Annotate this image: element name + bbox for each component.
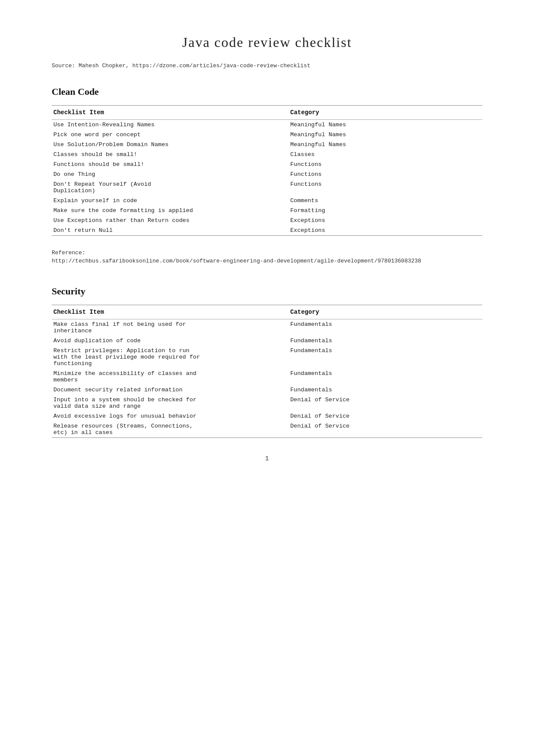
table-row: Avoid excessive logs for unusual behavio…: [52, 411, 482, 421]
clean-code-table-body: Use Intention-Revealing NamesMeaningful …: [52, 120, 482, 236]
table-row: Minimize the accessibility of classes an…: [52, 369, 482, 385]
reference-url: http://techbus.safaribooksonline.com/boo…: [52, 258, 482, 264]
checklist-category: Fundamentals: [289, 319, 482, 336]
checklist-category: Denial of Service: [289, 421, 482, 438]
checklist-item: Classes should be small!: [52, 150, 289, 159]
table-row: Don't return NullExceptions: [52, 225, 482, 236]
clean-code-reference: Reference: http://techbus.safaribooksonl…: [52, 250, 482, 264]
checklist-category: Denial of Service: [289, 411, 482, 421]
checklist-category: Fundamentals: [289, 336, 482, 346]
checklist-item: Don't return Null: [52, 225, 289, 236]
checklist-item: Use Solution/Problem Domain Names: [52, 140, 289, 150]
table-row: Use Exceptions rather than Return codesE…: [52, 216, 482, 225]
checklist-category: Fundamentals: [289, 385, 482, 395]
table-row: Pick one word per conceptMeaningful Name…: [52, 130, 482, 140]
checklist-item: Document security related information: [52, 385, 289, 395]
table-row: Make sure the code formatting is applied…: [52, 206, 482, 216]
checklist-item: Use Exceptions rather than Return codes: [52, 216, 289, 225]
checklist-item: Restrict privileges: Application to runw…: [52, 346, 289, 369]
clean-code-col-item: Checklist Item: [52, 106, 289, 120]
security-table-body: Make class final if not being used forin…: [52, 319, 482, 438]
checklist-category: Classes: [289, 150, 482, 159]
checklist-category: Meaningful Names: [289, 140, 482, 150]
table-row: Restrict privileges: Application to runw…: [52, 346, 482, 369]
table-row: Release resources (Streams, Connections,…: [52, 421, 482, 438]
checklist-item: Make sure the code formatting is applied: [52, 206, 289, 216]
checklist-category: Comments: [289, 196, 482, 206]
security-section-title: Security: [52, 286, 482, 297]
checklist-category: Functions: [289, 169, 482, 179]
source-line: Source: Mahesh Chopker, https://dzone.co…: [52, 62, 482, 69]
checklist-category: Formatting: [289, 206, 482, 216]
clean-code-section-title: Clean Code: [52, 86, 482, 97]
source-content: Mahesh Chopker, https://dzone.com/articl…: [78, 62, 310, 69]
table-row: Don't Repeat Yourself (AvoidDuplication)…: [52, 179, 482, 196]
clean-code-table-header: Checklist Item Category: [52, 106, 482, 120]
security-col-category: Category: [289, 305, 482, 319]
source-label: Source:: [52, 62, 75, 69]
table-row: Avoid duplication of codeFundamentals: [52, 336, 482, 346]
security-table: Checklist Item Category Make class final…: [52, 305, 482, 438]
page-title: Java code review checklist: [52, 34, 482, 50]
checklist-category: Meaningful Names: [289, 120, 482, 130]
checklist-item: Functions should be small!: [52, 159, 289, 169]
checklist-item: Avoid excessive logs for unusual behavio…: [52, 411, 289, 421]
checklist-item: Do one Thing: [52, 169, 289, 179]
reference-label: Reference:: [52, 250, 482, 256]
checklist-item: Input into a system should be checked fo…: [52, 395, 289, 411]
checklist-item: Release resources (Streams, Connections,…: [52, 421, 289, 438]
table-row: Explain yourself in codeComments: [52, 196, 482, 206]
table-row: Make class final if not being used forin…: [52, 319, 482, 336]
table-row: Use Intention-Revealing NamesMeaningful …: [52, 120, 482, 130]
checklist-category: Exceptions: [289, 225, 482, 236]
checklist-category: Functions: [289, 179, 482, 196]
checklist-category: Fundamentals: [289, 369, 482, 385]
checklist-item: Don't Repeat Yourself (AvoidDuplication): [52, 179, 289, 196]
table-row: Do one ThingFunctions: [52, 169, 482, 179]
checklist-category: Fundamentals: [289, 346, 482, 369]
checklist-item: Pick one word per concept: [52, 130, 289, 140]
checklist-item: Explain yourself in code: [52, 196, 289, 206]
checklist-item: Minimize the accessibility of classes an…: [52, 369, 289, 385]
checklist-category: Functions: [289, 159, 482, 169]
security-table-header: Checklist Item Category: [52, 305, 482, 319]
checklist-category: Meaningful Names: [289, 130, 482, 140]
checklist-item: Use Intention-Revealing Names: [52, 120, 289, 130]
clean-code-col-category: Category: [289, 106, 482, 120]
checklist-item: Make class final if not being used forin…: [52, 319, 289, 336]
table-row: Use Solution/Problem Domain NamesMeaning…: [52, 140, 482, 150]
checklist-item: Avoid duplication of code: [52, 336, 289, 346]
table-row: Document security related informationFun…: [52, 385, 482, 395]
table-row: Functions should be small!Functions: [52, 159, 482, 169]
table-row: Input into a system should be checked fo…: [52, 395, 482, 411]
page-number: 1: [52, 455, 482, 462]
security-col-item: Checklist Item: [52, 305, 289, 319]
checklist-category: Denial of Service: [289, 395, 482, 411]
checklist-category: Exceptions: [289, 216, 482, 225]
table-row: Classes should be small!Classes: [52, 150, 482, 159]
clean-code-table: Checklist Item Category Use Intention-Re…: [52, 105, 482, 236]
